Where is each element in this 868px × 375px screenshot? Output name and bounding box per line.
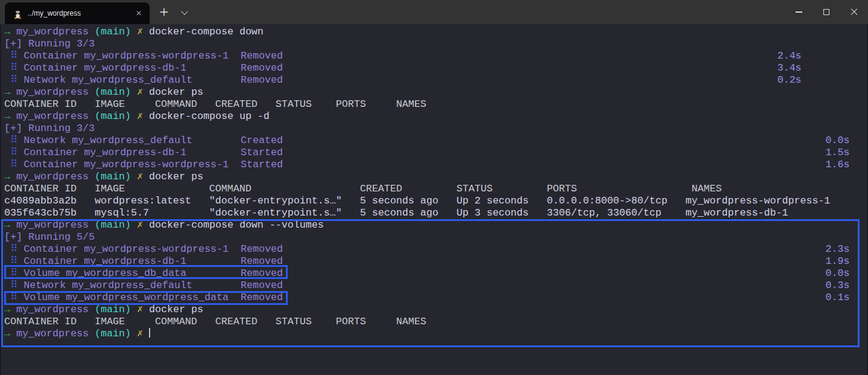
highlight-box-volume-wordpress-data	[4, 291, 288, 305]
terminal-line: [+] Running 3/3	[4, 123, 868, 135]
minimize-button[interactable]	[785, 0, 813, 24]
window-controls	[785, 0, 868, 24]
terminal-line: → my_wordpress (main) ✗ docker-compose u…	[4, 111, 868, 123]
terminal-line: [+] Running 3/3	[4, 38, 868, 50]
terminal-line: ⠿ Network my_wordpress_default Created 0…	[4, 135, 868, 147]
close-button[interactable]	[840, 0, 868, 24]
terminal-line: ⠿ Container my_wordpress-wordpress-1 Rem…	[4, 50, 868, 62]
terminal-line: 035f643cb75b mysql:5.7 "docker-entrypoin…	[4, 207, 868, 219]
minimize-icon	[796, 11, 802, 12]
title-bar: ../my_wordpress ✕ +	[0, 0, 868, 24]
terminal-line: ⠿ Network my_wordpress_default Removed 0…	[4, 74, 868, 86]
highlight-box-volume-db-data	[4, 265, 288, 279]
terminal-tab[interactable]: ../my_wordpress ✕	[5, 2, 150, 24]
highlight-box-command-block	[1, 219, 860, 347]
tab-close-icon[interactable]: ✕	[133, 7, 145, 19]
terminal-line: → my_wordpress (main) ✗ docker ps	[4, 171, 868, 183]
tab-dropdown-button[interactable]	[179, 7, 191, 17]
terminal-line: CONTAINER ID IMAGE COMMAND CREATED STATU…	[4, 183, 868, 195]
tab-title: ../my_wordpress	[28, 9, 81, 18]
chevron-down-icon	[181, 8, 188, 14]
terminal-line: → my_wordpress (main) ✗ docker ps	[4, 86, 868, 98]
terminal-line: c4089abb3a2b wordpress:latest "docker-en…	[4, 195, 868, 207]
terminal-line: → my_wordpress (main) ✗ docker-compose d…	[4, 26, 868, 38]
maximize-icon	[823, 9, 829, 15]
tux-penguin-icon	[13, 8, 22, 19]
terminal-line: ⠿ Container my_wordpress-wordpress-1 Sta…	[4, 159, 868, 171]
new-tab-button[interactable]: +	[157, 5, 171, 19]
maximize-button[interactable]	[813, 0, 840, 24]
terminal-line: ⠿ Container my_wordpress-db-1 Removed 3.…	[4, 62, 868, 74]
close-icon	[851, 8, 858, 16]
terminal-line: CONTAINER ID IMAGE COMMAND CREATED STATU…	[4, 98, 868, 111]
terminal-line: ⠿ Container my_wordpress-db-1 Started 1.…	[4, 147, 868, 159]
